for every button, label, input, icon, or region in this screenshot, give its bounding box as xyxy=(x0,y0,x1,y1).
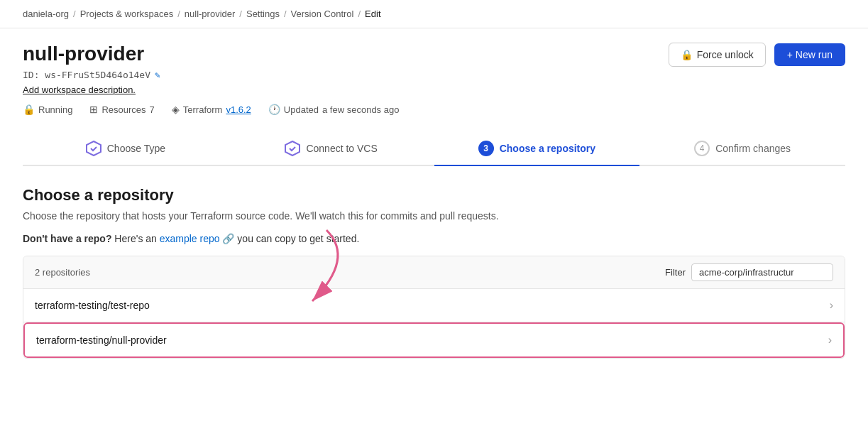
clock-icon: 🕐 xyxy=(268,104,280,115)
step-confirm-changes[interactable]: 4 Confirm changes xyxy=(639,132,845,165)
running-label: Running xyxy=(38,104,72,115)
terraform-version-link[interactable]: v1.6.2 xyxy=(226,104,251,115)
workspace-id: ID: ws-FFruSt5D464o14eV ✎ xyxy=(23,70,160,80)
step3-label: Choose a repository xyxy=(500,143,595,154)
step1-icon xyxy=(86,141,101,156)
repo-hint-text: Here's an xyxy=(114,233,159,244)
example-repo-link[interactable]: example repo xyxy=(160,233,220,244)
breadcrumb-sep-4: / xyxy=(284,9,287,19)
main-header: null-provider ID: ws-FFruSt5D464o14eV ✎ … xyxy=(0,28,868,95)
updated-meta: 🕐 Updated a few seconds ago xyxy=(268,104,400,115)
breadcrumb-org[interactable]: daniela-org xyxy=(23,9,69,19)
repo-row-highlighted[interactable]: terraform-testing/null-provider › xyxy=(23,322,845,358)
svg-marker-0 xyxy=(87,141,101,156)
new-run-button[interactable]: + New run xyxy=(774,43,845,66)
breadcrumb-current: Edit xyxy=(365,9,380,19)
chevron-right-icon: › xyxy=(830,299,833,312)
filter-input[interactable] xyxy=(691,263,833,281)
breadcrumb-sep-5: / xyxy=(358,9,361,19)
breadcrumb-workspace[interactable]: null-provider xyxy=(185,9,236,19)
repo-name-highlighted: terraform-testing/null-provider xyxy=(36,334,167,346)
new-run-label: + New run xyxy=(787,49,833,60)
status-running: 🔒 Running xyxy=(23,104,72,115)
step1-label: Choose Type xyxy=(107,143,165,154)
repo-row[interactable]: terraform-testing/test-repo › xyxy=(23,289,845,322)
step2-icon xyxy=(285,141,300,156)
terraform-label: Terraform xyxy=(183,104,223,115)
lock-icon: 🔒 xyxy=(681,49,693,60)
filter-label: Filter xyxy=(665,267,686,278)
resources-label: Resources xyxy=(101,104,145,115)
step-connect-vcs[interactable]: Connect to VCS xyxy=(229,132,434,165)
step-choose-type[interactable]: Choose Type xyxy=(23,132,229,165)
section-title: Choose a repository xyxy=(23,186,845,205)
repo-hint: Don't have a repo? Here's an example rep… xyxy=(23,233,845,244)
breadcrumb-version-control[interactable]: Version Control xyxy=(291,9,354,19)
repo-name: terraform-testing/test-repo xyxy=(35,300,150,311)
resources-meta: ⊞ Resources 7 xyxy=(89,104,154,115)
repo-table: 2 repositories Filter terraform-testing/… xyxy=(23,256,845,359)
force-unlock-button[interactable]: 🔒 Force unlock xyxy=(669,43,766,67)
updated-label: Updated xyxy=(284,104,319,115)
step-choose-repo[interactable]: 3 Choose a repository xyxy=(434,132,640,165)
external-link-icon: 🔗 xyxy=(222,233,234,244)
terraform-icon: ◈ xyxy=(172,104,180,115)
workspace-meta: 🔒 Running ⊞ Resources 7 ◈ Terraform v1.6… xyxy=(0,95,868,115)
repo-hint-suffix: you can copy to get started. xyxy=(237,233,359,244)
svg-marker-1 xyxy=(285,141,300,156)
repo-hint-bold: Don't have a repo? xyxy=(23,233,111,244)
breadcrumb-sep-2: / xyxy=(177,9,180,19)
main-content: Choose a repository Choose the repositor… xyxy=(0,166,868,379)
breadcrumb-projects[interactable]: Projects & workspaces xyxy=(80,9,174,19)
resources-icon: ⊞ xyxy=(89,104,98,115)
breadcrumb-sep-3: / xyxy=(239,9,242,19)
workspace-id-text: ID: ws-FFruSt5D464o14eV xyxy=(23,70,150,80)
terraform-meta: ◈ Terraform v1.6.2 xyxy=(172,104,251,115)
stepper: Choose Type Connect to VCS 3 Choose a re… xyxy=(23,132,845,166)
section-description: Choose the repository that hosts your Te… xyxy=(23,210,845,222)
step4-label: Confirm changes xyxy=(715,143,791,154)
breadcrumb: daniela-org / Projects & workspaces / nu… xyxy=(0,0,868,28)
edit-workspace-id-icon[interactable]: ✎ xyxy=(155,70,160,80)
step3-icon: 3 xyxy=(478,141,494,156)
page-title: null-provider xyxy=(23,43,160,65)
chevron-right-icon-2: › xyxy=(828,334,832,347)
step4-icon: 4 xyxy=(694,141,710,156)
header-actions: 🔒 Force unlock + New run xyxy=(669,43,845,67)
step2-label: Connect to VCS xyxy=(306,143,377,154)
force-unlock-label: Force unlock xyxy=(697,49,754,60)
header-left: null-provider ID: ws-FFruSt5D464o14eV ✎ … xyxy=(23,43,160,95)
lock-status-icon: 🔒 xyxy=(23,104,35,115)
add-description-link[interactable]: Add workspace description. xyxy=(23,85,136,95)
repo-count: 2 repositories xyxy=(35,267,90,278)
filter-area: Filter xyxy=(665,263,833,281)
resources-count: 7 xyxy=(150,104,155,115)
breadcrumb-sep-1: / xyxy=(73,9,76,19)
breadcrumb-settings[interactable]: Settings xyxy=(246,9,280,19)
updated-time: a few seconds ago xyxy=(322,104,399,115)
repo-table-header: 2 repositories Filter xyxy=(23,256,845,289)
stepper-container: Choose Type Connect to VCS 3 Choose a re… xyxy=(0,115,868,166)
